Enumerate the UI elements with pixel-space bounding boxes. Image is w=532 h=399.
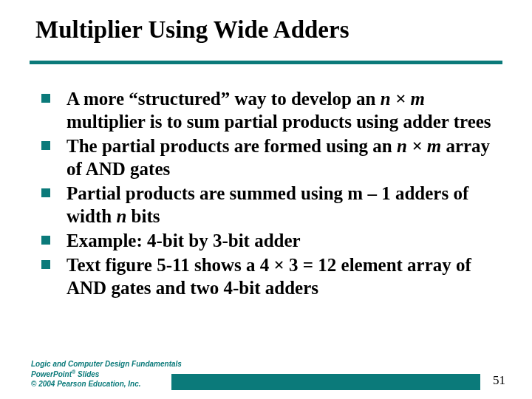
bullet-text: multiplier is to sum partial products us… (66, 112, 491, 132)
bullet-item: Text figure 5-11 shows a 4 × 3 = 12 elem… (41, 253, 499, 299)
bullet-item: A more “structured” way to develop an n … (41, 87, 499, 133)
footer-bar (171, 374, 480, 390)
bullet-item: Example: 4-bit by 3-bit adder (41, 229, 499, 252)
footer-line2a: PowerPoint (31, 370, 72, 378)
page-number: 51 (493, 373, 505, 388)
bullet-text: Text figure 5-11 shows a 4 × 3 = 12 elem… (66, 255, 471, 298)
bullet-text: A more “structured” way to develop an (66, 89, 381, 109)
slide-title: Multiplier Using Wide Adders (35, 16, 502, 44)
bullet-item: The partial products are formed using an… (41, 134, 499, 180)
footer-line2: PowerPoint® Slides (31, 369, 182, 380)
bullet-text: Example: 4-bit by 3-bit adder (66, 231, 301, 250)
title-underline (30, 61, 502, 64)
footer-line2b: Slides (75, 370, 99, 378)
bullet-em: n × m (381, 89, 425, 109)
slide: Multiplier Using Wide Adders A more “str… (0, 0, 532, 399)
bullet-em: n (116, 206, 126, 226)
footer-line1: Logic and Computer Design Fundamentals (31, 360, 182, 369)
footer-line3: © 2004 Pearson Education, Inc. (31, 380, 182, 389)
bullet-em: n × m (397, 136, 441, 156)
bullet-list: A more “structured” way to develop an n … (41, 87, 499, 299)
bullet-item: Partial products are summed using m – 1 … (41, 182, 499, 228)
bullet-text: The partial products are formed using an (66, 136, 397, 156)
footer-credit: Logic and Computer Design Fundamentals P… (31, 360, 182, 389)
bullet-text: bits (126, 206, 160, 226)
body-area: A more “structured” way to develop an n … (41, 87, 499, 301)
